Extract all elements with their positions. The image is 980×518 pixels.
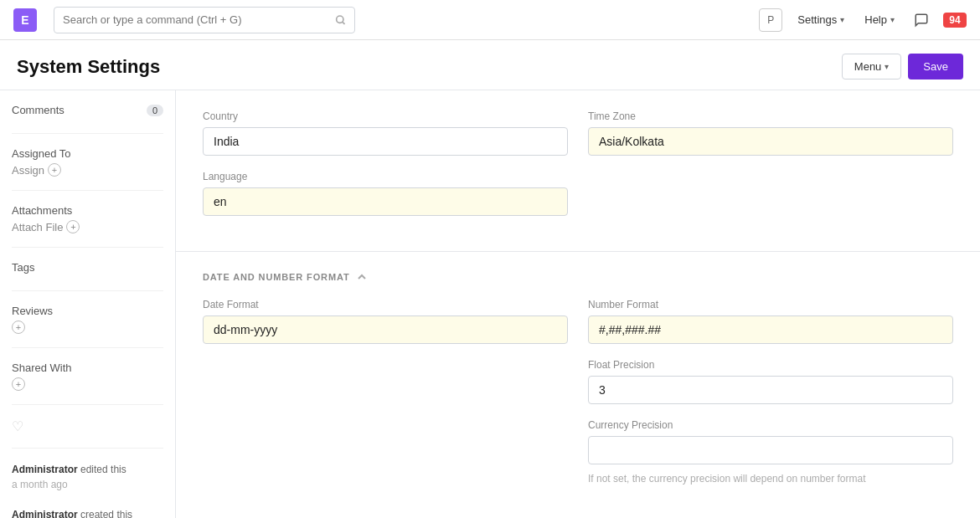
add-shared-icon[interactable]: + (12, 377, 25, 391)
global-search[interactable] (54, 7, 355, 33)
spacer (588, 171, 953, 216)
sidebar-comments: Comments 0 (12, 104, 163, 120)
chat-icon[interactable] (910, 8, 933, 32)
notification-badge[interactable]: 94 (943, 13, 967, 28)
divider (12, 247, 163, 248)
attachments-label: Attachments (12, 204, 163, 217)
number-format-input[interactable] (588, 315, 953, 344)
sidebar-attachments: Attachments Attach File + (12, 204, 163, 233)
divider (12, 404, 163, 405)
date-format-input[interactable] (203, 315, 568, 344)
country-timezone-row: Country Time Zone (203, 110, 953, 156)
shared-with-label: Shared With (12, 362, 163, 374)
divider (12, 347, 163, 348)
language-group: Language (203, 171, 568, 216)
sidebar-tags: Tags (12, 261, 163, 277)
help-button[interactable]: Help ▾ (859, 10, 900, 29)
add-review-icon[interactable]: + (12, 321, 25, 334)
content-area: Comments 0 Assigned To Assign + Attachme… (0, 90, 980, 518)
assigned-to-label: Assigned To (12, 147, 163, 160)
chevron-down-icon: ▾ (840, 15, 844, 24)
number-format-label: Number Format (588, 299, 953, 310)
page-header: System Settings Menu ▾ Save (0, 40, 980, 90)
divider (12, 290, 163, 291)
float-precision-label: Float Precision (588, 359, 953, 371)
timezone-input[interactable] (588, 127, 953, 156)
date-number-row: Date Format Number Format (203, 299, 953, 344)
country-label: Country (203, 110, 568, 122)
like-button[interactable]: ♡ (12, 418, 163, 434)
attach-file-button[interactable]: Attach File + (12, 220, 163, 233)
locale-section: Country Time Zone Language (176, 90, 980, 252)
topnav-right: P Settings ▾ Help ▾ 94 (759, 8, 967, 32)
activity-item-2: Administrator created this 4 months ago (12, 507, 163, 518)
precision-row: Float Precision (203, 359, 953, 404)
page-title: System Settings (17, 56, 160, 78)
currency-precision-group: Currency Precision If not set, the curre… (588, 419, 953, 485)
currency-precision-input[interactable] (588, 436, 953, 464)
chevron-up-icon (357, 272, 367, 282)
add-attach-icon[interactable]: + (66, 220, 80, 233)
app-logo[interactable]: E (13, 8, 37, 32)
divider (12, 448, 163, 449)
assign-button[interactable]: Assign + (12, 163, 163, 177)
save-button[interactable]: Save (908, 54, 963, 79)
header-actions: Menu ▾ Save (842, 54, 963, 79)
date-format-group: Date Format (203, 299, 568, 344)
comments-label: Comments 0 (12, 104, 163, 116)
date-number-section: DATE AND NUMBER FORMAT Date Format Numbe… (176, 252, 980, 518)
menu-button[interactable]: Menu ▾ (842, 54, 902, 79)
chevron-down-icon: ▾ (890, 15, 895, 24)
chevron-down-icon: ▾ (885, 62, 889, 71)
currency-precision-help: If not set, the currency precision will … (588, 473, 953, 485)
language-label: Language (203, 171, 568, 182)
number-format-group: Number Format (588, 299, 953, 344)
settings-button[interactable]: Settings ▾ (792, 10, 849, 29)
search-input[interactable] (63, 13, 330, 26)
add-review-button[interactable]: + (12, 321, 163, 334)
sidebar-reviews: Reviews + (12, 305, 163, 334)
divider (12, 133, 163, 134)
timezone-group: Time Zone (588, 110, 953, 156)
country-group: Country (203, 110, 568, 156)
tags-label: Tags (12, 261, 163, 274)
reviews-label: Reviews (12, 305, 163, 317)
language-row: Language (203, 171, 953, 216)
currency-row: Currency Precision If not set, the curre… (203, 419, 953, 485)
main-panel: Country Time Zone Language DATE AND NUMB… (176, 90, 980, 518)
date-number-header[interactable]: DATE AND NUMBER FORMAT (203, 272, 953, 282)
activity-log: Administrator edited this a month ago Ad… (12, 462, 163, 518)
sidebar: Comments 0 Assigned To Assign + Attachme… (0, 90, 176, 518)
comments-count-badge: 0 (147, 105, 163, 116)
svg-line-1 (342, 22, 344, 24)
top-navigation: E P Settings ▾ Help ▾ 94 (0, 0, 980, 40)
sidebar-assigned-to: Assigned To Assign + (12, 147, 163, 177)
user-avatar[interactable]: P (759, 8, 782, 32)
sidebar-shared-with: Shared With + (12, 362, 163, 391)
country-input[interactable] (203, 127, 568, 156)
currency-precision-label: Currency Precision (588, 419, 953, 431)
search-icon (335, 14, 346, 26)
timezone-label: Time Zone (588, 110, 953, 122)
float-precision-group: Float Precision (588, 359, 953, 404)
add-shared-button[interactable]: + (12, 377, 163, 391)
divider (12, 190, 163, 191)
float-precision-input[interactable] (588, 376, 953, 404)
date-format-label: Date Format (203, 299, 568, 310)
activity-item-1: Administrator edited this a month ago (12, 462, 163, 492)
language-input[interactable] (203, 187, 568, 216)
add-assign-icon[interactable]: + (48, 163, 61, 177)
